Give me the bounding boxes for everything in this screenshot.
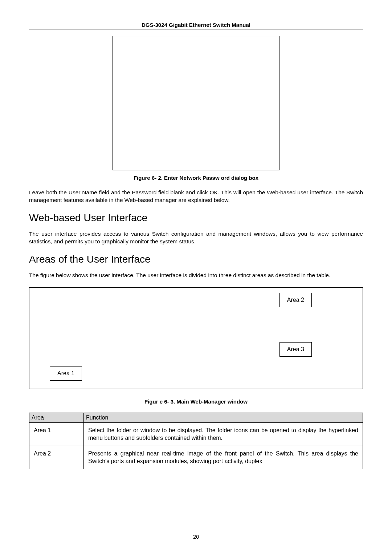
table-header-area: Area <box>29 413 84 422</box>
heading-areas-ui: Areas of the User Interface <box>29 254 363 265</box>
table-header-function: Function <box>84 413 363 422</box>
cell-function: Select the folder or window to be displa… <box>84 422 363 446</box>
figure-6-2-caption: Figure 6- 2. Enter Network Passw ord dia… <box>29 175 363 181</box>
cell-function: Presents a graphical near real-time imag… <box>84 446 363 469</box>
figure-6-3-caption: Figur e 6- 3. Main Web-Manager window <box>29 398 363 405</box>
paragraph-2: The user interface provides access to va… <box>29 230 363 246</box>
area-function-table: Area Function Area 1 Select the folder o… <box>29 413 363 469</box>
table-header-row: Area Function <box>29 413 363 422</box>
area-3-label: Area 3 <box>279 342 312 357</box>
figure-6-2-placeholder <box>113 36 279 170</box>
table-row: Area 1 Select the folder or window to be… <box>29 422 363 446</box>
paragraph-3: The figure below shows the user interfac… <box>29 272 363 279</box>
table-row: Area 2 Presents a graphical near real-ti… <box>29 446 363 469</box>
ui-areas-diagram: Area 2 Area 3 Area 1 <box>29 287 363 389</box>
page-header: DGS-3024 Gigabit Ethernet Switch Manual <box>29 22 363 29</box>
area-2-label: Area 2 <box>279 293 312 307</box>
cell-area: Area 2 <box>29 446 84 469</box>
cell-area: Area 1 <box>29 422 84 446</box>
heading-web-based-ui: Web-based User Interface <box>29 212 363 224</box>
paragraph-1: Leave both the User Name field and the P… <box>29 189 363 204</box>
header-title: DGS-3024 Gigabit Ethernet Switch Manual <box>29 22 363 28</box>
page-number: 20 <box>0 534 392 540</box>
area-1-label: Area 1 <box>50 366 82 381</box>
